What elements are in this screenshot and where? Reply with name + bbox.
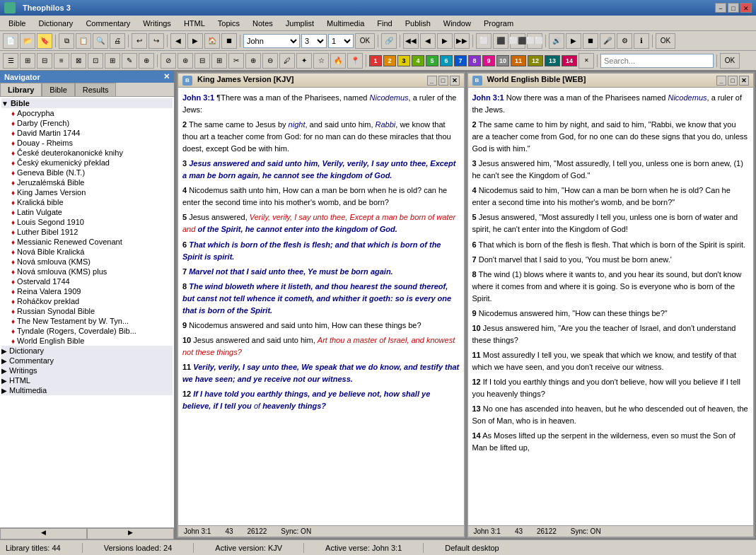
tree-item-apocrypha[interactable]: ♦ Apocrypha [1, 108, 173, 118]
prev-verse-button[interactable]: ◀ [420, 33, 436, 49]
tree-item-russian[interactable]: ♦ Russian Synodal Bible [1, 306, 173, 316]
nav-scroll-left[interactable]: ◀ [0, 528, 87, 539]
tree-item-rohackov[interactable]: ♦ Roháčkov preklad [1, 296, 173, 306]
print-button[interactable]: 🖨 [110, 33, 125, 49]
tree-item-nova-kralicka[interactable]: ♦ Nová Bible Kralická [1, 247, 173, 257]
verse-select[interactable]: 1 [328, 34, 354, 48]
tree-item-douay[interactable]: ♦ Douay - Rheims [1, 138, 173, 148]
tool-btn-9[interactable]: ⊕ [139, 53, 154, 69]
color-btn-11[interactable]: 11 [511, 55, 526, 66]
kjv-minimize-btn[interactable]: _ [427, 76, 437, 86]
settings2-button[interactable]: ⚙ [617, 33, 632, 49]
layout4-button[interactable]: ⬜⬜ [527, 33, 542, 49]
web-maximize-btn[interactable]: □ [728, 76, 738, 86]
book-select[interactable]: John [243, 34, 300, 48]
tool-btn-3[interactable]: ⊟ [37, 53, 52, 69]
tree-item-nova-kms[interactable]: ♦ Nová smlouva (KMS) [1, 257, 173, 267]
tool-btn-12[interactable]: ⊟ [194, 53, 210, 69]
menu-notes[interactable]: Notes [247, 18, 279, 29]
tree-section-bible[interactable]: ▼ Bible [1, 98, 173, 108]
layout1-button[interactable]: ⬜ [476, 33, 492, 49]
web-close-btn[interactable]: ✕ [739, 76, 749, 86]
layout3-button[interactable]: ⬜⬛ [510, 33, 525, 49]
open-button[interactable]: 📂 [20, 33, 35, 49]
mic-button[interactable]: 🎤 [600, 33, 615, 49]
tab-results[interactable]: Results [75, 83, 117, 96]
ok3-button[interactable]: OK [720, 53, 740, 69]
navigator-close-button[interactable]: ✕ [163, 72, 170, 81]
tool-btn-4[interactable]: ≡ [54, 53, 69, 69]
tree-section-writings[interactable]: ▶ Writings [1, 366, 173, 375]
back-button[interactable]: ◀ [170, 33, 186, 49]
next-verse-button[interactable]: ▶ [437, 33, 453, 49]
clear-highlight-button[interactable]: ✕ [578, 53, 594, 69]
color-btn-13[interactable]: 13 [545, 55, 560, 66]
tree-section-dictionary[interactable]: ▶ Dictionary [1, 346, 173, 356]
info-button[interactable]: ℹ [634, 33, 649, 49]
tool-btn-19[interactable]: ☆ [313, 53, 329, 69]
color-btn-9[interactable]: 9 [482, 55, 495, 66]
layout2-button[interactable]: ⬛ [493, 33, 508, 49]
color-btn-10[interactable]: 10 [496, 55, 509, 66]
color-btn-2[interactable]: 2 [383, 55, 396, 66]
stop-button[interactable]: ⏹ [221, 33, 237, 49]
tool-btn-17[interactable]: 🖊 [279, 53, 295, 69]
kjv-maximize-btn[interactable]: □ [438, 76, 448, 86]
menu-jumplist[interactable]: Jumplist [280, 18, 320, 29]
color-btn-6[interactable]: 6 [440, 55, 453, 66]
menu-window[interactable]: Window [438, 18, 477, 29]
web-minimize-btn[interactable]: _ [716, 76, 726, 86]
tool-btn-15[interactable]: ⊕ [245, 53, 261, 69]
undo-button[interactable]: ↩ [132, 33, 147, 49]
tree-item-david-martin[interactable]: ♦ David Martin 1744 [1, 128, 173, 138]
color-btn-3[interactable]: 3 [397, 55, 410, 66]
tool-btn-18[interactable]: ✦ [296, 53, 312, 69]
tab-bible[interactable]: Bible [42, 83, 74, 96]
chapter-select[interactable]: 3 [301, 34, 327, 48]
tree-item-louis[interactable]: ♦ Louis Segond 1910 [1, 217, 173, 227]
tree-section-multimedia[interactable]: ▶ Multimedia [1, 385, 173, 395]
minimize-button[interactable]: − [715, 3, 726, 13]
tool-btn-20[interactable]: 🔥 [330, 53, 346, 69]
menu-find[interactable]: Find [371, 18, 397, 29]
tool-btn-2[interactable]: ⊞ [20, 53, 35, 69]
tree-item-ostervald[interactable]: ♦ Ostervald 1744 [1, 276, 173, 286]
tool-btn-1[interactable]: ☰ [3, 53, 18, 69]
tree-section-commentary[interactable]: ▶ Commentary [1, 356, 173, 366]
stop2-button[interactable]: ⏹ [583, 33, 598, 49]
close-button[interactable]: ✕ [740, 3, 752, 13]
tree-item-luther[interactable]: ♦ Luther Bibel 1912 [1, 227, 173, 237]
tool-btn-6[interactable]: ⊡ [88, 53, 103, 69]
tree-item-darby[interactable]: ♦ Darby (French) [1, 118, 173, 128]
nav-scroll-right[interactable]: ▶ [87, 528, 174, 539]
menu-dictionary[interactable]: Dictionary [33, 18, 78, 29]
tool-btn-21[interactable]: 📍 [347, 53, 363, 69]
forward-button[interactable]: ▶ [187, 33, 203, 49]
tree-item-cesky[interactable]: ♦ Český ekumenický překlad [1, 158, 173, 168]
redo-button[interactable]: ↪ [149, 33, 164, 49]
color-btn-8[interactable]: 8 [468, 55, 481, 66]
menu-multimedia[interactable]: Multimedia [321, 18, 370, 29]
color-btn-12[interactable]: 12 [528, 55, 543, 66]
prev-chapter-button[interactable]: ◀◀ [403, 33, 419, 49]
maximize-button[interactable]: □ [728, 3, 739, 13]
tool-btn-5[interactable]: ⊠ [71, 53, 86, 69]
new-button[interactable]: 📄 [3, 33, 18, 49]
tree-item-ceske[interactable]: ♦ České deuterokanonické knihy [1, 148, 173, 158]
menu-commentary[interactable]: Commentary [80, 18, 136, 29]
menu-program[interactable]: Program [478, 18, 519, 29]
tree-item-tyndale-nt[interactable]: ♦ The New Testament by W. Tyn... [1, 316, 173, 326]
copy-button[interactable]: ⧉ [59, 33, 74, 49]
tree-item-nova-kms-plus[interactable]: ♦ Nová smlouva (KMS) plus [1, 267, 173, 276]
menu-writings[interactable]: Writings [137, 18, 177, 29]
ok-button[interactable]: OK [355, 33, 375, 49]
bookmark-button[interactable]: 🔖 [37, 33, 52, 49]
tool-btn-16[interactable]: ⊖ [262, 53, 278, 69]
tree-item-tyndale[interactable]: ♦ Tyndale (Rogers, Coverdale) Bib... [1, 326, 173, 336]
search-input[interactable] [600, 54, 714, 68]
tree-item-messianic[interactable]: ♦ Messianic Renewed Covenant [1, 237, 173, 247]
tool-btn-13[interactable]: ⊞ [211, 53, 227, 69]
tree-item-geneva[interactable]: ♦ Geneva Bible (N.T.) [1, 168, 173, 177]
paste-button[interactable]: 📋 [76, 33, 91, 49]
menu-topics[interactable]: Topics [212, 18, 245, 29]
